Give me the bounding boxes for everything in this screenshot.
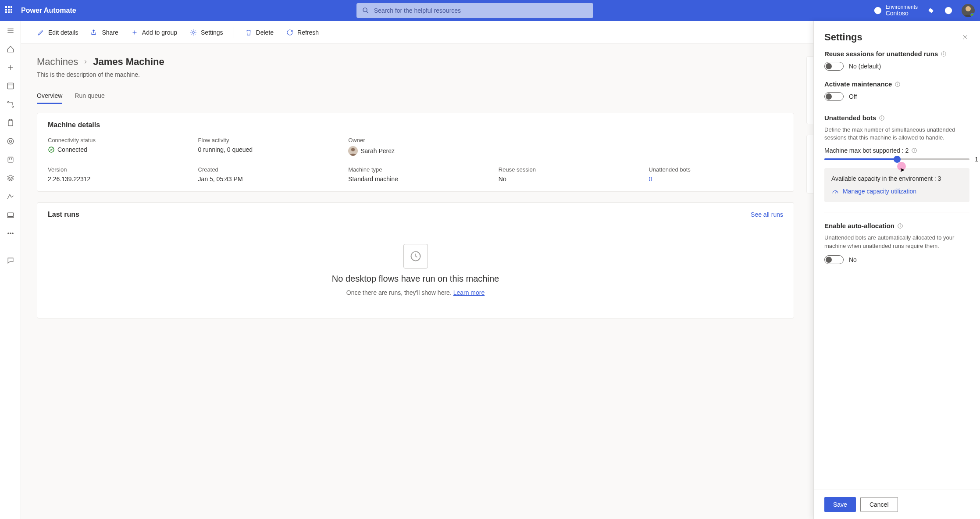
maintenance-toggle[interactable] xyxy=(824,92,844,101)
slider-thumb[interactable] xyxy=(894,156,901,163)
svg-point-27 xyxy=(7,233,9,234)
svg-point-16 xyxy=(7,101,9,103)
manage-capacity-link[interactable]: Manage capacity utilization xyxy=(831,187,962,195)
flows-icon[interactable] xyxy=(6,100,15,109)
panel-title: Settings xyxy=(824,32,862,43)
slider-label: Machine max bot supported : 2 xyxy=(824,147,969,154)
app-title: Power Automate xyxy=(21,7,76,14)
tab-run-queue[interactable]: Run queue xyxy=(75,89,105,104)
environments-label: Environments xyxy=(886,4,918,10)
waffle-icon[interactable] xyxy=(5,6,14,15)
more-icon[interactable] xyxy=(6,229,15,238)
plus-icon[interactable] xyxy=(6,63,15,72)
connections-icon[interactable] xyxy=(6,192,15,201)
connectivity-status: Connected xyxy=(48,146,182,153)
detail-label: Machine type xyxy=(348,166,483,173)
info-icon[interactable] xyxy=(894,81,901,87)
toggle-value: No xyxy=(849,256,857,263)
svg-point-21 xyxy=(9,140,11,143)
svg-point-43 xyxy=(898,82,898,83)
templates-icon[interactable] xyxy=(6,82,15,90)
search-input[interactable] xyxy=(374,7,588,14)
bots-slider[interactable] xyxy=(824,158,969,160)
info-icon[interactable] xyxy=(941,51,947,57)
ai-icon[interactable] xyxy=(6,155,15,164)
refresh-label: Refresh xyxy=(297,29,319,36)
presence-dot xyxy=(970,13,975,17)
detail-label: Flow activity xyxy=(198,137,333,143)
svg-rect-14 xyxy=(7,83,13,89)
process-icon[interactable] xyxy=(6,137,15,146)
help-icon[interactable] xyxy=(944,6,953,15)
machines-icon[interactable] xyxy=(6,211,15,219)
share-button[interactable]: Share xyxy=(85,25,123,40)
hamburger-icon[interactable] xyxy=(6,26,15,35)
save-button[interactable]: Save xyxy=(824,497,856,512)
info-icon[interactable] xyxy=(879,115,885,121)
home-icon[interactable] xyxy=(6,45,15,54)
detail-label: Version xyxy=(48,166,182,173)
reuse-sessions-label: Reuse sessions for unattended runs xyxy=(824,50,969,57)
svg-point-34 xyxy=(351,148,355,151)
settings-gear-icon[interactable] xyxy=(927,6,935,15)
toggle-value: No (default) xyxy=(849,63,881,70)
plus-circle-icon xyxy=(131,29,139,36)
close-icon[interactable] xyxy=(961,33,969,42)
card-title: Last runs xyxy=(48,211,79,218)
machine-details-card: Machine details Connectivity status Conn… xyxy=(37,113,794,192)
svg-point-29 xyxy=(12,233,13,234)
settings-label: Settings xyxy=(201,29,223,36)
share-icon xyxy=(90,29,98,36)
user-avatar[interactable] xyxy=(962,4,975,17)
card-title: Machine details xyxy=(37,113,794,137)
settings-button[interactable]: Settings xyxy=(184,25,228,40)
tab-overview[interactable]: Overview xyxy=(37,89,62,104)
chevron-right-icon xyxy=(82,59,89,65)
add-to-group-button[interactable]: Add to group xyxy=(125,25,182,40)
reuse-session: No xyxy=(499,175,633,183)
edit-label: Edit details xyxy=(48,29,78,36)
svg-rect-26 xyxy=(7,217,13,218)
chatbot-icon[interactable] xyxy=(6,256,15,265)
search-box[interactable] xyxy=(356,3,593,18)
detail-label: Reuse session xyxy=(499,166,633,173)
share-label: Share xyxy=(102,29,118,36)
delete-label: Delete xyxy=(256,29,274,36)
environment-picker[interactable]: Environments Contoso xyxy=(873,4,918,17)
learn-more-link[interactable]: Learn more xyxy=(453,289,485,296)
breadcrumb-parent[interactable]: Machines xyxy=(37,56,78,68)
delete-button[interactable]: Delete xyxy=(239,25,279,40)
detail-label: Unattended bots xyxy=(649,166,783,173)
auto-allocation-label: Enable auto-allocation xyxy=(824,222,969,229)
clipboard-icon[interactable] xyxy=(6,118,15,127)
breadcrumb: Machines James Machine xyxy=(37,56,794,68)
svg-rect-25 xyxy=(7,213,13,216)
tab-list: Overview Run queue xyxy=(37,89,794,104)
activate-maintenance-label: Activate maintenance xyxy=(824,80,969,88)
top-header: Power Automate Environments Contoso xyxy=(0,0,980,21)
unattended-bots-link[interactable]: 0 xyxy=(649,175,783,183)
add-group-label: Add to group xyxy=(142,29,177,36)
edit-details-button[interactable]: Edit details xyxy=(32,25,83,40)
trash-icon xyxy=(245,29,253,36)
machine-type: Standard machine xyxy=(348,175,483,183)
info-icon[interactable] xyxy=(897,223,903,229)
toggle-value: Off xyxy=(849,93,857,100)
svg-point-28 xyxy=(10,233,11,234)
see-all-runs-link[interactable]: See all runs xyxy=(751,211,783,218)
reuse-sessions-toggle[interactable] xyxy=(824,62,844,71)
solutions-icon[interactable] xyxy=(6,174,15,183)
empty-subtitle: Once there are runs, they'll show here. … xyxy=(346,289,485,296)
svg-point-7 xyxy=(948,12,949,13)
cancel-button[interactable]: Cancel xyxy=(860,497,898,512)
unattended-bots-label: Unattended bots xyxy=(824,114,969,122)
breadcrumb-current: James Machine xyxy=(93,56,164,68)
flow-activity: 0 running, 0 queued xyxy=(198,146,333,153)
refresh-button[interactable]: Refresh xyxy=(281,25,324,40)
auto-allocation-toggle[interactable] xyxy=(824,255,844,264)
nav-rail xyxy=(0,21,21,519)
divider xyxy=(234,27,234,38)
info-icon[interactable] xyxy=(911,147,917,154)
capacity-box: Available capacity in the environment : … xyxy=(824,168,969,202)
svg-point-53 xyxy=(900,225,901,225)
